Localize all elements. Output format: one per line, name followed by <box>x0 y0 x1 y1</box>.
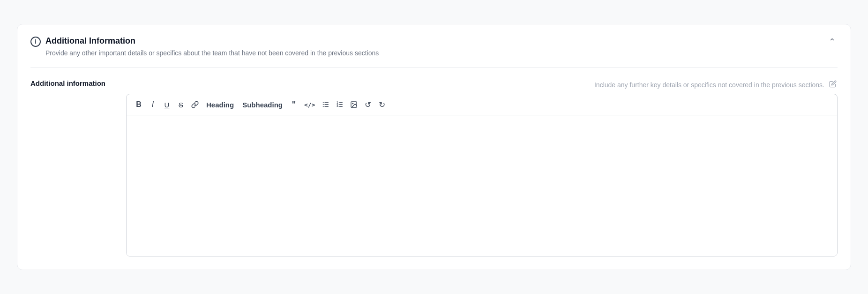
card-title-block: Additional Information Provide any other… <box>45 36 379 58</box>
code-button[interactable]: </> <box>301 98 318 111</box>
italic-button[interactable]: I <box>146 98 159 111</box>
bold-button[interactable]: B <box>132 98 145 111</box>
info-icon: i <box>30 37 41 47</box>
svg-rect-3 <box>324 105 329 105</box>
field-label: Additional information <box>30 79 105 87</box>
editor-toolbar: B I U S Heading Subheading " </> <box>127 94 837 115</box>
svg-rect-1 <box>324 103 329 103</box>
bullet-list-button[interactable] <box>319 98 332 111</box>
image-button[interactable] <box>347 98 360 111</box>
card-title: Additional Information <box>45 36 379 46</box>
field-label-col: Additional information <box>30 79 115 88</box>
editor-content[interactable] <box>127 115 837 256</box>
card-header-left: i Additional Information Provide any oth… <box>30 36 379 58</box>
svg-point-0 <box>322 102 323 103</box>
ordered-list-button[interactable]: 1. 2. 3. <box>333 98 346 111</box>
collapse-button[interactable]: ⌃ <box>827 36 838 48</box>
subheading-button[interactable]: Subheading <box>239 98 286 111</box>
quote-button[interactable]: " <box>287 98 300 111</box>
svg-text:3.: 3. <box>337 105 339 108</box>
svg-rect-11 <box>339 106 342 107</box>
svg-point-4 <box>322 106 323 107</box>
svg-rect-9 <box>339 105 342 105</box>
additional-info-card: i Additional Information Provide any oth… <box>17 24 851 270</box>
editor-col: Include any further key details or speci… <box>126 79 838 256</box>
heading-button[interactable]: Heading <box>202 98 238 111</box>
strikethrough-button[interactable]: S <box>174 98 187 111</box>
editor-hint-row: Include any further key details or speci… <box>126 79 838 90</box>
svg-rect-7 <box>339 103 342 103</box>
underline-button[interactable]: U <box>160 98 173 111</box>
rich-text-editor: B I U S Heading Subheading " </> <box>126 94 838 256</box>
svg-rect-5 <box>324 106 329 107</box>
undo-button[interactable]: ↺ <box>361 98 374 111</box>
card-subtitle: Provide any other important details or s… <box>45 48 379 58</box>
field-section: Additional information Include any furth… <box>30 79 838 256</box>
link-button[interactable] <box>188 98 202 111</box>
svg-point-13 <box>352 103 353 104</box>
redo-button[interactable]: ↻ <box>375 98 389 111</box>
editor-hint: Include any further key details or speci… <box>594 81 824 89</box>
card-header: i Additional Information Provide any oth… <box>30 36 838 68</box>
svg-point-2 <box>322 104 323 105</box>
edit-hint-button[interactable] <box>828 79 838 90</box>
